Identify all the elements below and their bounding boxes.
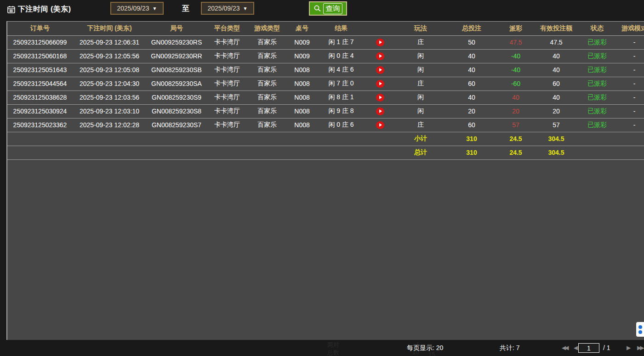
replay-play-icon[interactable] [376,52,384,60]
cell-result: 闲 8 庄 1 [317,90,365,104]
replay-play-icon[interactable] [376,80,384,88]
cell-payout: -40 [497,63,534,77]
cell-payout: 47.5 [497,35,534,49]
header-game-type: 游戏类型 [247,22,287,35]
cell-game-type: 百家乐 [247,35,287,49]
cell-round-id: GN008259230SA [146,77,207,90]
cell-game-mode: - [616,49,644,63]
subtotal-label: 小计 [395,132,446,146]
play-triangle-icon [379,82,382,85]
table-row: 2509231250233622025-09-23 12:02:28GN0082… [7,118,644,132]
cell-payout: -60 [497,77,534,90]
search-button[interactable]: 查询 [309,1,347,16]
cell-valid-bet: 60 [534,77,578,90]
cell-play: 庄 [395,118,446,132]
total-count-label: 共计: 7 [500,344,520,352]
cell-result: 闲 9 庄 8 [317,104,365,118]
cell-total-bet: 40 [446,49,497,63]
first-page-icon[interactable]: ◀◀ [562,345,567,351]
cell-total-bet: 40 [446,63,497,77]
total-row: 总计31024.5304.5 [7,146,644,159]
page-number-input[interactable] [578,343,599,353]
cell-payout: -40 [497,49,534,63]
cell-game-mode: - [616,104,644,118]
cell-play: 闲 [395,63,446,77]
cell-round-id: GN008259230S7 [146,118,207,132]
cell-platform: 卡卡湾厅 [207,118,247,132]
cell-play: 闲 [395,90,446,104]
header-play: 玩法 [395,22,446,35]
cell-valid-bet: 20 [534,104,578,118]
cell-status: 已派彩 [578,63,616,77]
cell-status: 已派彩 [578,90,616,104]
search-button-label: 查询 [323,3,342,14]
cell-order-id: 250923125044564 [7,77,73,90]
table-row: 2509231250601682025-09-23 12:05:56GN0092… [7,49,644,63]
table-header-row: 订单号 下注时间 (美东) 局号 平台类型 游戏类型 桌号 结果 玩法 总投注 … [7,22,644,35]
cell-table-no: N008 [287,118,317,132]
cell-order-id: 250923125030924 [7,104,73,118]
cell-game-mode: - [616,77,644,90]
replay-cell [365,104,395,118]
date-to-picker[interactable]: 2025/09/23 ▼ [201,2,254,15]
prev-page-icon[interactable]: ◀ [574,345,576,351]
table-body: 2509231250660992025-09-23 12:06:31GN0092… [7,35,644,159]
pagination-bar: 两对 1 总数 10 15 每页显示: 20 共计: 7 ◀◀ ◀ / 1 ▶ … [0,340,644,356]
empty-cell [7,132,395,146]
cell-payout: 20 [497,104,534,118]
replay-play-icon[interactable] [376,66,384,74]
cell-platform: 卡卡湾厅 [207,104,247,118]
header-status: 状态 [578,22,616,35]
empty-cell [616,132,644,146]
cell-status: 已派彩 [578,104,616,118]
cell-valid-bet: 40 [534,63,578,77]
cell-table-no: N008 [287,104,317,118]
cell-game-type: 百家乐 [247,49,287,63]
next-page-icon[interactable]: ▶ [627,345,629,351]
cell-total-bet: 40 [446,90,497,104]
cell-payout: 24.5 [497,132,534,146]
cell-bet-time: 2025-09-23 12:02:28 [73,118,146,132]
cell-total-bet: 20 [446,104,497,118]
page-title: 下注时间 (美东) [18,5,71,14]
cell-valid-bet: 47.5 [534,35,578,49]
header-bet-time: 下注时间 (美东) [73,22,146,35]
chevron-down-icon: ▼ [153,6,157,11]
replay-play-icon[interactable] [376,94,384,102]
date-from-picker[interactable]: 2025/09/23 ▼ [110,2,164,15]
replay-cell [365,49,395,63]
replay-cell [365,35,395,49]
page-size-label: 每页显示: 20 [407,344,443,352]
table-row: 2509231250660992025-09-23 12:06:31GN0092… [7,35,644,49]
cell-game-type: 百家乐 [247,104,287,118]
cell-game-mode: - [616,63,644,77]
total-label: 总计 [395,146,446,159]
cell-result: 闲 0 庄 6 [317,118,365,132]
last-page-icon[interactable]: ▶▶ [637,345,643,351]
floating-widget-icon[interactable] [636,322,644,337]
search-icon [313,5,321,12]
cell-payout: 57 [497,118,534,132]
cell-round-id: GN008259230S8 [146,104,207,118]
cell-total-bet: 50 [446,35,497,49]
empty-cell [578,146,616,159]
cell-payout: 24.5 [497,146,534,159]
bet-history-table: 订单号 下注时间 (美东) 局号 平台类型 游戏类型 桌号 结果 玩法 总投注 … [6,21,644,340]
replay-play-icon[interactable] [376,39,384,46]
cell-valid-bet: 304.5 [534,146,578,159]
cell-status: 已派彩 [578,49,616,63]
bet-time-title-group: 下注时间 (美东) [7,5,71,14]
cell-platform: 卡卡湾厅 [207,77,247,90]
header-platform: 平台类型 [207,22,247,35]
cell-game-mode: - [616,118,644,132]
cell-platform: 卡卡湾厅 [207,63,247,77]
header-result: 结果 [317,22,365,35]
cell-bet-time: 2025-09-23 12:04:30 [73,77,146,90]
cell-game-mode: - [616,90,644,104]
replay-play-icon[interactable] [376,107,384,115]
replay-cell [365,77,395,90]
page-total-label: / 1 [603,344,610,351]
replay-play-icon[interactable] [376,121,384,129]
table-row: 2509231250516432025-09-23 12:05:08GN0082… [7,63,644,77]
date-range-to-label: 至 [182,4,189,14]
